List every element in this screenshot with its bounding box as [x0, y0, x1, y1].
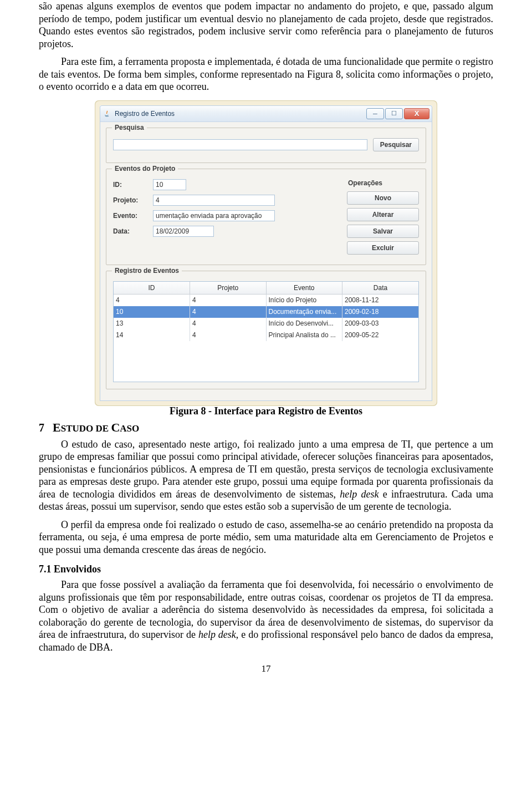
table-cell: 2009-02-18 [342, 306, 419, 318]
figure-8-caption: Figura 8 - Interface para Registro de Ev… [39, 405, 493, 417]
paragraph-2: Para este fim, a ferramenta proposta e i… [39, 55, 493, 93]
window-maximize-button[interactable]: ☐ [385, 108, 403, 119]
operacoes-label: Operações [348, 179, 419, 187]
paragraph-3: O estudo de caso, apresentado neste arti… [39, 438, 493, 513]
section-7-heading: 7 ESTUDO DE CASO [39, 420, 493, 435]
data-label: Data: [113, 227, 153, 235]
pesquisar-button[interactable]: Pesquisar [373, 138, 419, 151]
paragraph-1: são apenas alguns exemplos de eventos qu… [39, 0, 493, 50]
subsection-71-heading: 7.1 Envolvidos [39, 564, 493, 575]
projeto-label: Projeto: [113, 196, 153, 204]
table-cell: 10 [114, 306, 190, 318]
table-cell: 2009-03-03 [342, 318, 419, 329]
id-label: ID: [113, 181, 153, 189]
table-cell: 2008-11-12 [342, 294, 419, 306]
evento-field[interactable] [153, 210, 275, 221]
table-cell: 4 [190, 318, 267, 329]
table-cell: 4 [190, 306, 267, 318]
table-row[interactable]: 134Início do Desenvolvi...2009-03-03 [114, 318, 418, 329]
excluir-button[interactable]: Excluir [347, 241, 419, 255]
operacoes-column: Operações Novo Alterar Salvar Excluir [347, 179, 419, 258]
paragraph-5: Para que fosse possível a avaliação da f… [39, 578, 493, 653]
table-cell: 4 [114, 294, 190, 306]
id-field[interactable] [153, 179, 186, 190]
t1: E [53, 420, 61, 434]
p5-italic: help desk [198, 629, 236, 640]
salvar-button[interactable]: Salvar [347, 225, 419, 238]
window-close-button[interactable]: X [404, 108, 429, 119]
section-number: 7 [39, 422, 44, 434]
projeto-field[interactable] [153, 195, 275, 206]
window-body: Pesquisar ID: Projeto: [100, 122, 432, 401]
form-column: ID: Projeto: Evento: [113, 179, 339, 258]
table-cell: 4 [190, 294, 267, 306]
search-input[interactable] [113, 139, 367, 150]
figure-8: Registro de Eventos ─ ☐ X Pesquisar [39, 105, 493, 401]
t3: C [111, 420, 120, 434]
table-cell: Início do Projeto [266, 294, 342, 306]
eventos-table[interactable]: ID Projeto Evento Data 44Início do Proje… [114, 282, 418, 341]
t2: STUDO DE [61, 423, 111, 434]
data-field[interactable] [153, 226, 214, 237]
table-cell: 4 [190, 329, 267, 341]
minimize-icon: ─ [373, 110, 377, 117]
col-evento[interactable]: Evento [266, 282, 342, 295]
alterar-button[interactable]: Alterar [347, 208, 419, 221]
col-id[interactable]: ID [114, 282, 190, 295]
java-icon [104, 110, 111, 118]
table-cell: 14 [114, 329, 190, 341]
col-projeto[interactable]: Projeto [190, 282, 267, 295]
app-window: Registro de Eventos ─ ☐ X Pesquisar [100, 105, 432, 401]
window-title: Registro de Eventos [115, 110, 365, 118]
t4: ASO [120, 423, 139, 434]
registro-eventos-groupbox: ID Projeto Evento Data 44Início do Proje… [106, 271, 426, 389]
table-cell: Início do Desenvolvi... [266, 318, 342, 329]
table-cell: Principal Analista do ... [266, 329, 342, 341]
window-titlebar: Registro de Eventos ─ ☐ X [100, 105, 432, 122]
table-cell: 2009-05-22 [342, 329, 419, 341]
table-row[interactable]: 104Documentação envia...2009-02-18 [114, 306, 418, 318]
eventos-table-container: ID Projeto Evento Data 44Início do Proje… [113, 281, 419, 382]
table-cell: Documentação envia... [266, 306, 342, 318]
novo-button[interactable]: Novo [347, 191, 419, 205]
evento-label: Evento: [113, 212, 153, 220]
close-icon: X [415, 109, 420, 118]
maximize-icon: ☐ [391, 110, 397, 117]
page-number: 17 [39, 663, 493, 674]
paragraph-4: O perfil da empresa onde foi realizado o… [39, 519, 493, 556]
p3-italic: help desk [340, 489, 378, 500]
table-cell: 13 [114, 318, 190, 329]
window-minimize-button[interactable]: ─ [366, 108, 384, 119]
eventos-projeto-groupbox: ID: Projeto: Evento: [106, 169, 426, 265]
table-row[interactable]: 144Principal Analista do ...2009-05-22 [114, 329, 418, 341]
table-row[interactable]: 44Início do Projeto2008-11-12 [114, 294, 418, 306]
col-data[interactable]: Data [342, 282, 419, 295]
pesquisa-groupbox: Pesquisar [106, 128, 426, 163]
